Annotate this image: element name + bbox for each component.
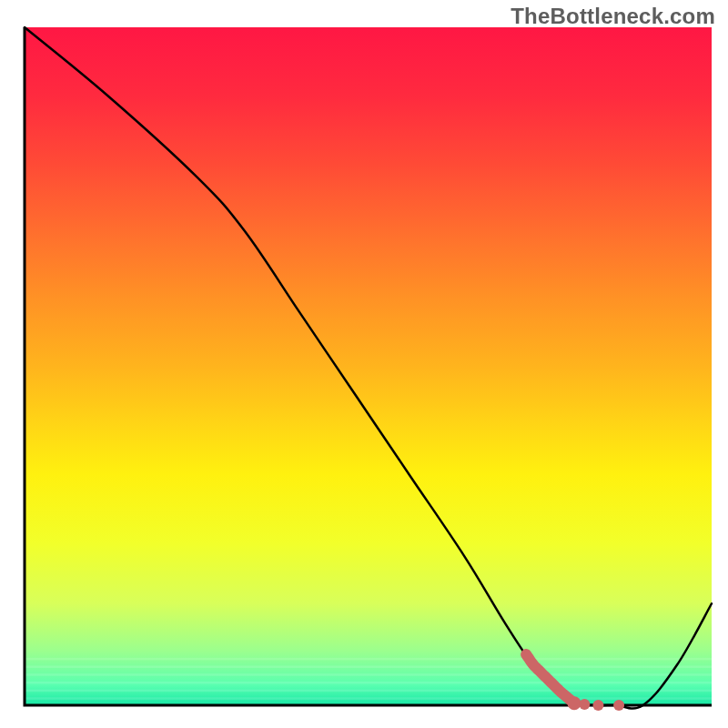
highlight-dot bbox=[579, 699, 590, 710]
gradient-background bbox=[25, 27, 712, 705]
watermark-text: TheBottleneck.com bbox=[511, 4, 715, 29]
gradient-stripe bbox=[25, 682, 712, 684]
highlight-dot bbox=[592, 700, 603, 711]
gradient-stripe bbox=[25, 658, 712, 661]
highlight-dot bbox=[568, 696, 581, 710]
gradient-stripe bbox=[25, 697, 712, 700]
chart-container: TheBottleneck.com bbox=[0, 0, 728, 728]
highlight-dot bbox=[613, 700, 624, 711]
gradient-stripe bbox=[25, 666, 712, 669]
gradient-stripe bbox=[25, 673, 712, 676]
chart-svg bbox=[0, 0, 728, 728]
gradient-stripe bbox=[25, 690, 712, 693]
